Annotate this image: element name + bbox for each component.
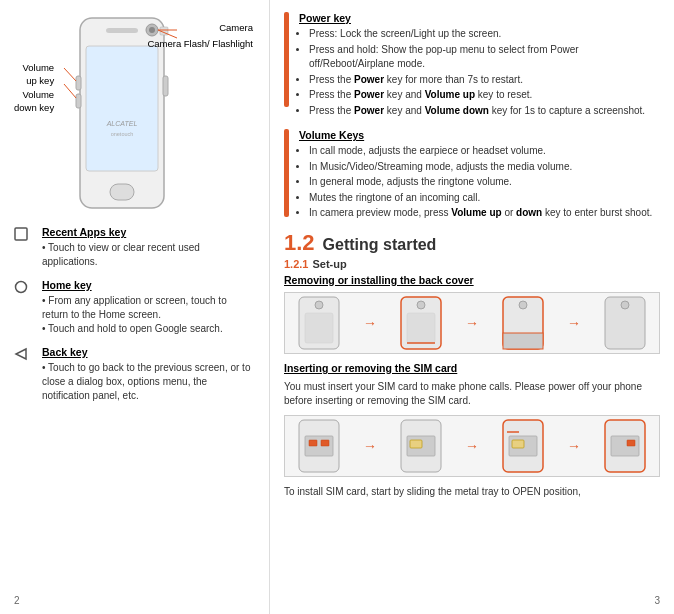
volume-bullet-2: In Music/Video/Streaming mode, adjusts t…	[309, 160, 652, 175]
volume-bullet-4: Mutes the ringtone of an incoming call.	[309, 191, 652, 206]
home-key-title: Home key	[42, 279, 255, 291]
power-key-section: Power key Press: Lock the screen/Light u…	[284, 12, 660, 119]
removing-back-cover-section: Removing or installing the back cover →	[284, 274, 660, 354]
svg-rect-6	[110, 184, 134, 200]
volume-up-label: Volume	[22, 62, 54, 73]
back-icon	[14, 347, 34, 363]
sim-img-4	[601, 418, 649, 474]
inserting-sim-section: Inserting or removing the SIM card You m…	[284, 362, 660, 500]
volume-bullet-5: In camera preview mode, press Volume up …	[309, 206, 652, 221]
keys-section: Recent Apps key • Touch to view or clear…	[14, 226, 255, 403]
section-1-2: 1.2 Getting started 1.2.1 Set-up Removin…	[284, 232, 660, 500]
camera-label: Camera	[219, 22, 253, 33]
power-bullet-3: Press the Power key for more than 7s to …	[309, 73, 660, 88]
recent-apps-content: Recent Apps key • Touch to view or clear…	[42, 226, 255, 269]
camera-flash-label: Camera Flash/ Flashlight	[147, 38, 253, 50]
sim-arrow-2: →	[465, 438, 479, 454]
svg-line-15	[64, 84, 76, 98]
back-cover-images: → → →	[284, 292, 660, 354]
left-page: Volume up key Volume down key	[0, 0, 270, 614]
svg-rect-16	[15, 228, 27, 240]
back-key-content: Back key • Touch to go back to the previ…	[42, 346, 255, 403]
page-number-left: 2	[14, 595, 20, 606]
arrow-right-3: →	[567, 315, 581, 331]
svg-point-23	[417, 301, 425, 309]
power-bullet-2: Press and hold: Show the pop-up menu to …	[309, 43, 660, 72]
volume-down-key-label: down key	[14, 102, 54, 113]
svg-rect-1	[86, 46, 158, 171]
svg-text:onetouch: onetouch	[111, 131, 134, 137]
back-key-item: Back key • Touch to go back to the previ…	[14, 346, 255, 403]
volume-keys-section: Volume Keys In call mode, adjusts the ea…	[284, 129, 660, 222]
recent-apps-body: • Touch to view or clear recent used app…	[42, 241, 255, 269]
home-icon	[14, 280, 34, 296]
section-1-2-num: 1.2	[284, 232, 315, 254]
svg-rect-24	[407, 313, 435, 343]
svg-rect-34	[321, 440, 329, 446]
svg-point-30	[621, 301, 629, 309]
sim-img-3	[499, 418, 547, 474]
inserting-sim-title: Inserting or removing the SIM card	[284, 362, 660, 374]
sim-img-2	[397, 418, 445, 474]
svg-marker-18	[16, 349, 26, 359]
svg-rect-7	[76, 76, 81, 90]
section-1-2-1: 1.2.1 Set-up Removing or installing the …	[284, 258, 660, 500]
svg-point-28	[519, 301, 527, 309]
back-cover-img-3	[499, 295, 547, 351]
section-1-2-1-title: Set-up	[312, 258, 346, 270]
back-cover-img-4	[601, 295, 649, 351]
volume-up-key-label: up key	[26, 75, 54, 86]
home-key-item: Home key • From any application or scree…	[14, 279, 255, 336]
volume-keys-content: Volume Keys In call mode, adjusts the ea…	[299, 129, 652, 222]
svg-rect-33	[309, 440, 317, 446]
sim-arrow-1: →	[363, 438, 377, 454]
power-bullet-4: Press the Power key and Volume up key to…	[309, 88, 660, 103]
sim-bottom-text: To install SIM card, start by sliding th…	[284, 485, 660, 500]
svg-point-17	[16, 282, 27, 293]
back-cover-img-2	[397, 295, 445, 351]
power-key-content: Power key Press: Lock the screen/Light u…	[299, 12, 660, 119]
volume-down-label: Volume	[22, 89, 54, 100]
recent-apps-icon	[14, 227, 34, 243]
volume-bullet-1: In call mode, adjusts the earpiece or he…	[309, 144, 652, 159]
recent-apps-title: Recent Apps key	[42, 226, 255, 238]
svg-rect-44	[627, 440, 635, 446]
power-key-bullets: Press: Lock the screen/Light up the scre…	[299, 27, 660, 118]
volume-keys-bullets: In call mode, adjusts the earpiece or he…	[299, 144, 652, 221]
volume-orange-bar	[284, 129, 289, 217]
svg-point-20	[315, 301, 323, 309]
sim-images: → → →	[284, 415, 660, 477]
home-key-content: Home key • From any application or scree…	[42, 279, 255, 336]
svg-rect-8	[76, 94, 81, 108]
svg-rect-9	[163, 76, 168, 96]
volume-bullet-3: In general mode, adjusts the ringtone vo…	[309, 175, 652, 190]
svg-point-4	[149, 27, 155, 33]
svg-text:ALCATEL: ALCATEL	[106, 120, 138, 127]
back-key-title: Back key	[42, 346, 255, 358]
arrow-right-1: →	[363, 315, 377, 331]
section-1-2-heading: 1.2 Getting started	[284, 232, 660, 254]
inserting-sim-body: You must insert your SIM card to make ph…	[284, 380, 660, 409]
right-page: Power key Press: Lock the screen/Light u…	[270, 0, 674, 614]
home-key-body: • From any application or screen, touch …	[42, 294, 255, 336]
svg-line-14	[64, 68, 76, 81]
arrow-right-2: →	[465, 315, 479, 331]
svg-rect-40	[512, 440, 524, 448]
sim-arrow-3: →	[567, 438, 581, 454]
sim-img-1	[295, 418, 343, 474]
removing-back-cover-title: Removing or installing the back cover	[284, 274, 660, 286]
volume-keys-title: Volume Keys	[299, 129, 652, 141]
power-orange-bar	[284, 12, 289, 107]
power-bullet-1: Press: Lock the screen/Light up the scre…	[309, 27, 660, 42]
power-key-title: Power key	[299, 12, 660, 24]
power-bullet-5: Press the Power key and Volume down key …	[309, 104, 660, 119]
recent-apps-key-item: Recent Apps key • Touch to view or clear…	[14, 226, 255, 269]
back-key-body: • Touch to go back to the previous scree…	[42, 361, 255, 403]
svg-rect-27	[503, 333, 543, 349]
back-cover-img-1	[295, 295, 343, 351]
section-1-2-title: Getting started	[323, 236, 437, 254]
svg-rect-2	[106, 28, 138, 33]
section-1-2-1-heading: 1.2.1 Set-up	[284, 258, 660, 270]
page-number-right: 3	[654, 595, 660, 606]
svg-rect-21	[305, 313, 333, 343]
